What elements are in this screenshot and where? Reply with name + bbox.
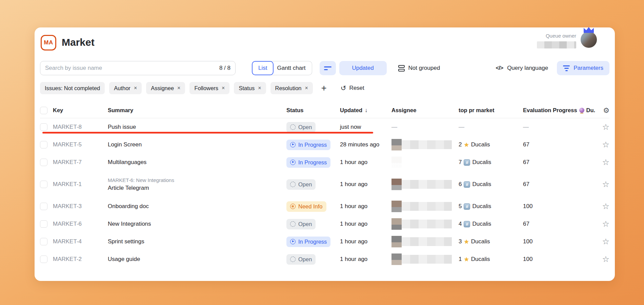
issue-key[interactable]: MARKET-5 <box>53 141 108 148</box>
status-badge[interactable]: In Progress <box>286 237 330 247</box>
remove-filter-icon[interactable]: × <box>305 85 308 91</box>
issue-key[interactable]: MARKET-2 <box>53 256 108 263</box>
favorite-star-icon[interactable]: ☆ <box>602 255 609 263</box>
table-row[interactable]: MARKET-2 Usage guide Open 1 hour ago 1Du… <box>40 250 609 268</box>
favorite-star-icon[interactable]: ☆ <box>602 158 609 166</box>
favorite-star-icon[interactable]: ☆ <box>602 202 609 210</box>
reset-label: Reset <box>349 85 364 92</box>
table-settings-gear-icon[interactable]: ⚙ <box>603 106 609 115</box>
remove-filter-icon[interactable]: × <box>258 85 261 91</box>
issue-summary[interactable]: Push issue <box>108 124 286 130</box>
row-checkbox[interactable] <box>40 181 47 188</box>
issue-key[interactable]: MARKET-1 <box>53 181 108 188</box>
reset-icon: ↺ <box>341 84 346 92</box>
status-badge[interactable]: Open <box>286 254 316 265</box>
avatar <box>581 32 597 48</box>
remove-filter-icon[interactable]: × <box>134 85 137 91</box>
top-pr-cell: 6Ducalis <box>459 181 523 188</box>
favorite-star-icon[interactable]: ☆ <box>602 220 609 228</box>
view-toggle: List Gantt chart <box>252 61 312 75</box>
table-row[interactable]: MARKET-8 Push issue Open just now — — — … <box>40 118 609 136</box>
issue-summary[interactable]: Usage guide <box>108 256 286 263</box>
sort-field-button[interactable]: Updated <box>339 61 387 75</box>
column-header-status[interactable]: Status <box>286 107 340 114</box>
column-header-evaluation[interactable]: Evaluation Progress Du. <box>523 107 596 114</box>
redacted-assignee <box>391 139 459 150</box>
queue-owner-label: Queue owner <box>546 33 576 39</box>
issue-summary[interactable]: Article Telegram <box>108 185 281 191</box>
search-input[interactable] <box>45 65 217 72</box>
reset-filters-button[interactable]: ↺ Reset <box>341 84 364 92</box>
issue-summary[interactable]: Sprint settings <box>108 238 286 245</box>
favorite-star-icon[interactable]: ☆ <box>602 180 609 188</box>
status-badge[interactable]: Open <box>286 179 316 190</box>
issue-key[interactable]: MARKET-8 <box>53 124 108 130</box>
status-badge[interactable]: In Progress <box>286 157 330 168</box>
query-language-button[interactable]: </> Query language <box>496 65 548 72</box>
filter-chip-resolution[interactable]: Resolution × <box>270 82 313 94</box>
table-row[interactable]: MARKET-6 New Integrations Open 1 hour ag… <box>40 215 609 233</box>
parent-issue-link[interactable]: MARKET-6: New Integrations <box>108 177 281 183</box>
favorite-star-icon[interactable]: ☆ <box>602 238 609 246</box>
favorite-star-icon[interactable]: ☆ <box>602 123 609 131</box>
row-checkbox[interactable] <box>40 141 47 148</box>
parameters-label: Parameters <box>573 65 603 72</box>
toolbar: 8 / 8 List Gantt chart Updated Not group… <box>40 61 609 75</box>
column-header-key[interactable]: Key <box>53 107 108 114</box>
column-header-updated[interactable]: Updated↓ <box>340 107 391 114</box>
row-checkbox[interactable] <box>40 159 47 166</box>
column-header-assignee[interactable]: Assignee <box>391 107 459 114</box>
issue-key[interactable]: MARKET-4 <box>53 238 108 245</box>
issue-summary[interactable]: Multilanguages <box>108 159 286 166</box>
updated-cell: 1 hour ago <box>340 203 391 210</box>
status-badge[interactable]: In Progress <box>286 140 330 150</box>
table-row[interactable]: MARKET-4 Sprint settings In Progress 1 h… <box>40 233 609 250</box>
issue-summary[interactable]: New Integrations <box>108 221 286 227</box>
issue-summary[interactable]: Onboarding doc <box>108 203 286 210</box>
remove-filter-icon[interactable]: × <box>222 85 225 91</box>
add-filter-button[interactable]: + <box>321 84 327 93</box>
owner-avatar[interactable] <box>581 32 597 48</box>
filter-chip-assignee[interactable]: Assignee × <box>146 82 185 94</box>
status-badge[interactable]: Open <box>286 219 316 229</box>
issue-summary[interactable]: Login Screen <box>108 141 286 148</box>
table-row[interactable]: MARKET-1 MARKET-6: New Integrations Arti… <box>40 171 609 198</box>
evaluation-cell: 67 <box>523 181 596 188</box>
status-icon <box>290 182 296 187</box>
row-checkbox[interactable] <box>40 220 47 228</box>
table-row[interactable]: MARKET-7 Multilanguages In Progress 1 ho… <box>40 154 609 171</box>
issue-key[interactable]: MARKET-7 <box>53 159 108 166</box>
redacted-assignee <box>391 253 459 265</box>
table-row[interactable]: MARKET-3 Onboarding doc Need Info 1 hour… <box>40 198 609 215</box>
tab-gantt-view[interactable]: Gantt chart <box>271 61 312 75</box>
favorite-star-icon[interactable]: ☆ <box>602 141 609 149</box>
status-icon <box>290 204 296 209</box>
hash-icon <box>464 221 470 227</box>
row-checkbox[interactable] <box>40 203 47 210</box>
top-pr-cell: 5Ducalis <box>459 203 523 210</box>
column-header-summary[interactable]: Summary <box>108 107 286 114</box>
status-icon <box>290 239 296 244</box>
row-checkbox[interactable] <box>40 256 47 263</box>
status-badge[interactable]: Need Info <box>286 201 326 212</box>
grouping-button[interactable]: Not grouped <box>398 65 440 72</box>
hash-icon <box>464 181 470 188</box>
select-all-checkbox[interactable] <box>40 107 47 114</box>
row-checkbox[interactable] <box>40 123 47 131</box>
issue-key[interactable]: MARKET-6 <box>53 221 108 227</box>
parameters-button[interactable]: Parameters <box>557 61 609 75</box>
column-header-top-pr[interactable]: top pr market <box>459 107 523 114</box>
tab-list-view[interactable]: List <box>252 61 274 75</box>
remove-filter-icon[interactable]: × <box>177 85 180 91</box>
filter-chip-issues[interactable]: Issues: Not completed <box>40 82 105 94</box>
queue-logo: MA <box>41 35 56 50</box>
sort-direction-button[interactable] <box>320 61 336 75</box>
filter-chip-status[interactable]: Status × <box>234 82 266 94</box>
filter-chip-author[interactable]: Author × <box>109 82 142 94</box>
status-badge[interactable]: Open <box>286 122 316 133</box>
issue-key[interactable]: MARKET-3 <box>53 203 108 210</box>
star-icon <box>464 141 469 148</box>
table-row[interactable]: MARKET-5 Login Screen In Progress 28 min… <box>40 136 609 154</box>
filter-chip-followers[interactable]: Followers × <box>189 82 229 94</box>
row-checkbox[interactable] <box>40 238 47 245</box>
